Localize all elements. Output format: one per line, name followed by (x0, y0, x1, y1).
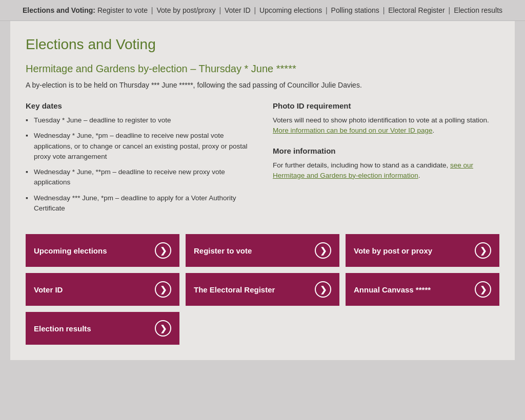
election-subtitle: Hermitage and Gardens by-election – Thur… (26, 63, 499, 75)
sep-2: | (219, 6, 221, 14)
breadcrumb-link-electoral[interactable]: Electoral Register (388, 6, 445, 14)
sep-6: | (449, 6, 451, 14)
page-title: Elections and Voting (26, 36, 499, 53)
key-dates-col: Key dates Tuesday * June – deadline to r… (26, 101, 252, 219)
sep-4: | (326, 6, 328, 14)
photo-id-heading: Photo ID requirement (273, 101, 499, 110)
list-item: Tuesday * June – deadline to register to… (26, 115, 252, 125)
btn-arrow-icon: ❯ (315, 281, 331, 298)
more-info-heading: More information (273, 146, 499, 155)
breadcrumb-label: Elections and Voting: (23, 6, 95, 14)
btn-arrow-icon: ❯ (155, 320, 171, 337)
photo-id-link[interactable]: More information can be found on our Vot… (273, 127, 432, 134)
breadcrumb-link-upcoming[interactable]: Upcoming elections (259, 6, 322, 14)
btn-upcoming-elections[interactable]: Upcoming elections ❯ (26, 234, 179, 267)
btn-vote-by-post[interactable]: Vote by post or proxy ❯ (346, 234, 499, 267)
btn-register-to-vote[interactable]: Register to vote ❯ (186, 234, 339, 267)
right-col: Photo ID requirement Voters will need to… (273, 101, 499, 219)
intro-text: A by-election is to be held on Thursday … (26, 81, 499, 89)
btn-electoral-register[interactable]: The Electoral Register ❯ (186, 273, 339, 306)
btn-voter-id[interactable]: Voter ID ❯ (26, 273, 179, 306)
btn-arrow-icon: ❯ (475, 281, 491, 298)
btn-arrow-icon: ❯ (155, 281, 171, 298)
main-content: Elections and Voting Hermitage and Garde… (10, 21, 515, 360)
key-dates-list: Tuesday * June – deadline to register to… (26, 115, 252, 214)
breadcrumb-link-voterid[interactable]: Voter ID (225, 6, 251, 14)
btn-arrow-icon: ❯ (475, 242, 491, 259)
list-item: Wednesday * June, **pm – deadline to rec… (26, 167, 252, 188)
key-dates-heading: Key dates (26, 101, 252, 110)
breadcrumb-link-results[interactable]: Election results (454, 6, 502, 14)
btn-election-results[interactable]: Election results ❯ (26, 312, 179, 345)
more-info-text: For further details, including how to st… (273, 160, 499, 181)
photo-id-text: Voters will need to show photo identific… (273, 115, 499, 136)
info-columns: Key dates Tuesday * June – deadline to r… (26, 101, 499, 219)
button-grid-row2: Voter ID ❯ The Electoral Register ❯ Annu… (26, 273, 499, 306)
btn-annual-canvass[interactable]: Annual Canvass ***** ❯ (346, 273, 499, 306)
button-grid-row3: Election results ❯ (26, 312, 499, 345)
sep-1: | (151, 6, 153, 14)
sep-3: | (254, 6, 256, 14)
breadcrumb-link-post[interactable]: Vote by post/proxy (156, 6, 215, 14)
list-item: Wednesday *** June, *pm – deadline to ap… (26, 193, 252, 214)
btn-arrow-icon: ❯ (315, 242, 331, 259)
list-item: Wednesday * June, *pm – deadline to rece… (26, 131, 252, 162)
sep-5: | (383, 6, 385, 14)
breadcrumb-bar: Elections and Voting: Register to vote |… (0, 0, 525, 21)
btn-arrow-icon: ❯ (155, 242, 171, 259)
breadcrumb-link-register[interactable]: Register to vote (97, 6, 148, 14)
button-grid-row1: Upcoming elections ❯ Register to vote ❯ … (26, 234, 499, 267)
breadcrumb-link-polling[interactable]: Polling stations (331, 6, 379, 14)
